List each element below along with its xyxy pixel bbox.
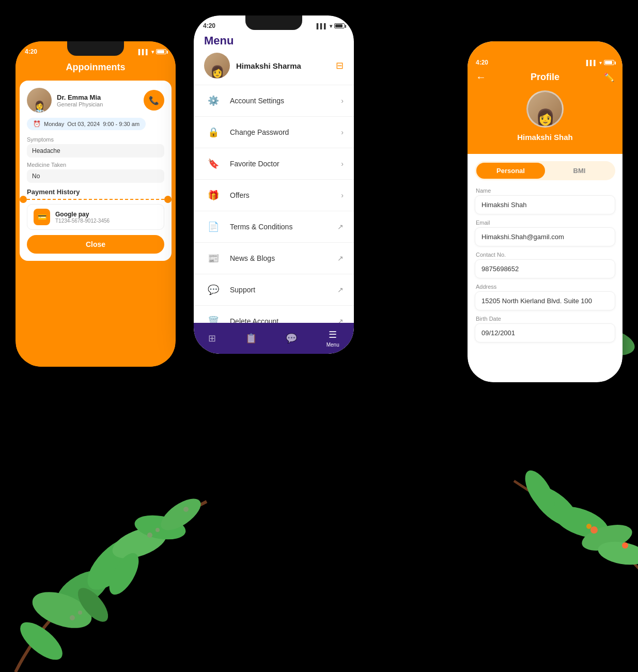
battery-icon <box>334 23 345 28</box>
edit-button[interactable]: ✏️ <box>604 72 614 82</box>
clock-icon: ⏰ <box>33 120 41 128</box>
menu-nav-icon: ☰ <box>329 329 337 340</box>
phone1-status-bar: 4:20 ▌▌▌ ▾ <box>15 45 176 58</box>
doctor-title: General Physician <box>57 101 103 107</box>
nav-item-home[interactable]: ⊞ <box>208 333 216 344</box>
doctor-name: Dr. Emma Mia <box>57 93 103 101</box>
menu-item-label-offers: Offers <box>230 191 341 199</box>
menu-item-label-news: News & Blogs <box>230 254 337 262</box>
medicine-label: Medicine Taken <box>27 162 164 168</box>
lock-icon: 🔒 <box>204 123 223 142</box>
signal-icon: ▌▌▌ <box>586 60 597 66</box>
phone2-screen: 4:20 ▌▌▌ ▾ Menu 👩 Himakshi Sharma ⊟ ⚙️ A… <box>194 15 354 354</box>
appointment-date-badge: ⏰ Monday Oct 03, 2024 9:00 - 9:30 am <box>27 118 146 130</box>
menu-item-offers[interactable]: 🎁 Offers › <box>194 180 354 211</box>
menu-item-favorite-doctor[interactable]: 🔖 Favorite Doctor › <box>194 148 354 180</box>
payment-card: 💳 Google pay T1234-5678-9012-3456 <box>27 204 164 230</box>
profile-avatar-section: 👩 Himakshi Shah <box>476 90 614 142</box>
svg-point-12 <box>147 533 152 538</box>
doctor-details: Dr. Emma Mia General Physician <box>57 93 103 107</box>
menu-item-label-support: Support <box>230 286 337 294</box>
arrow-icon: › <box>341 97 344 105</box>
svg-point-10 <box>70 615 75 620</box>
menu-item-account-settings[interactable]: ⚙️ Account Settings › <box>194 85 354 117</box>
news-icon: 📰 <box>204 249 223 268</box>
signal-icon: ▌▌▌ <box>138 49 149 55</box>
close-button[interactable]: Close <box>27 235 164 254</box>
battery-tip <box>615 61 616 65</box>
menu-item-label-account-settings: Account Settings <box>230 97 341 105</box>
battery-icon <box>604 60 614 65</box>
menu-title: Menu <box>204 34 344 48</box>
gpay-info: Google pay T1234-5678-9012-3456 <box>55 211 110 224</box>
menu-list: ⚙️ Account Settings › 🔒 Change Password … <box>194 85 354 337</box>
menu-item-terms[interactable]: 📄 Terms & Conditions ↗ <box>194 211 354 243</box>
phone3-notch <box>517 41 573 56</box>
phone3-status-icons: ▌▌▌ ▾ <box>586 60 614 66</box>
nav-item-menu[interactable]: ☰ Menu <box>326 329 339 348</box>
symptoms-value: Headache <box>27 144 164 158</box>
menu-item-support[interactable]: 💬 Support ↗ <box>194 274 354 306</box>
phone2-menu: 4:20 ▌▌▌ ▾ Menu 👩 Himakshi Sharma ⊟ ⚙️ A… <box>194 15 354 354</box>
svg-point-20 <box>590 526 598 534</box>
settings-icon: ⚙️ <box>204 91 223 110</box>
user-name: Himakshi Sharma <box>236 61 330 70</box>
external-arrow-icon: ↗ <box>337 286 344 294</box>
menu-item-change-password[interactable]: 🔒 Change Password › <box>194 117 354 148</box>
name-label: Name <box>475 187 615 194</box>
gpay-number: T1234-5678-9012-3456 <box>55 218 110 224</box>
address-label: Address <box>475 284 615 290</box>
external-arrow-icon: ↗ <box>337 254 344 262</box>
wifi-icon: ▾ <box>330 23 332 29</box>
back-button[interactable]: ← <box>476 71 486 83</box>
external-arrow-icon: ↗ <box>337 223 344 231</box>
svg-point-13 <box>155 528 160 532</box>
battery-icon <box>156 49 166 54</box>
home-nav-icon: ⊞ <box>208 333 216 344</box>
name-field: Himakshi Shah <box>475 195 615 214</box>
arrow-icon: › <box>341 191 344 199</box>
menu-item-news[interactable]: 📰 News & Blogs ↗ <box>194 243 354 274</box>
svg-point-22 <box>622 542 628 549</box>
email-label: Email <box>475 220 615 226</box>
profile-content: Personal BMI Name Himakshi Shah Email Hi… <box>468 154 623 355</box>
offers-icon: 🎁 <box>204 186 223 205</box>
phone1-bottom <box>15 346 176 367</box>
phone1-title: Appoinments <box>66 62 126 72</box>
profile-avatar: 👩 <box>526 90 564 128</box>
tab-bmi[interactable]: BMI <box>545 163 614 179</box>
doctor-avatar-image: 👩‍⚕️ <box>27 88 52 113</box>
email-field: Himakshi.Shah@gamil.com <box>475 227 615 246</box>
signal-icon: ▌▌▌ <box>317 23 328 29</box>
tab-personal[interactable]: Personal <box>476 163 545 179</box>
phone3-screen: 4:20 ▌▌▌ ▾ ← Profile ✏️ 👩 Himak <box>468 41 623 382</box>
nav-item-messages[interactable]: 💬 <box>286 333 297 344</box>
arrow-icon: › <box>341 128 344 136</box>
phone3-time: 4:20 <box>476 59 488 66</box>
gpay-name: Google pay <box>55 211 110 218</box>
profile-header-row: ← Profile ✏️ <box>476 71 614 83</box>
phone2-status-icons: ▌▌▌ ▾ <box>317 23 345 29</box>
arrow-icon: › <box>341 160 344 168</box>
bottom-nav: ⊞ 📋 💬 ☰ Menu <box>194 323 354 354</box>
doctor-avatar: 👩‍⚕️ <box>27 88 52 113</box>
contact-field: 9875698652 <box>475 259 615 278</box>
nav-label-menu: Menu <box>326 342 339 348</box>
leaf-decoration-bottom-left <box>0 424 258 672</box>
phone1-card: 👩‍⚕️ Dr. Emma Mia General Physician 📞 ⏰ … <box>20 81 172 261</box>
phone2-time: 4:20 <box>203 22 215 29</box>
wifi-icon: ▾ <box>599 60 602 66</box>
symptoms-label: Symptoms <box>27 136 164 143</box>
dashed-divider <box>27 199 164 200</box>
user-avatar: 👩 <box>204 53 230 79</box>
user-row[interactable]: 👩 Himakshi Sharma ⊟ <box>194 53 354 85</box>
profile-user-name: Himakshi Shah <box>476 133 614 142</box>
appointments-nav-icon: 📋 <box>245 333 257 344</box>
user-edit-icon[interactable]: ⊟ <box>336 60 344 71</box>
phone1-appointments: 4:20 ▌▌▌ ▾ Appoinments 👩‍⚕️ Dr. Emma Mia… <box>15 41 176 367</box>
call-button[interactable]: 📞 <box>144 90 164 111</box>
appointment-date: Oct 03, 2024 <box>67 121 100 127</box>
messages-nav-icon: 💬 <box>286 333 297 344</box>
contact-label: Contact No. <box>475 252 615 258</box>
nav-item-appointments[interactable]: 📋 <box>245 333 257 344</box>
